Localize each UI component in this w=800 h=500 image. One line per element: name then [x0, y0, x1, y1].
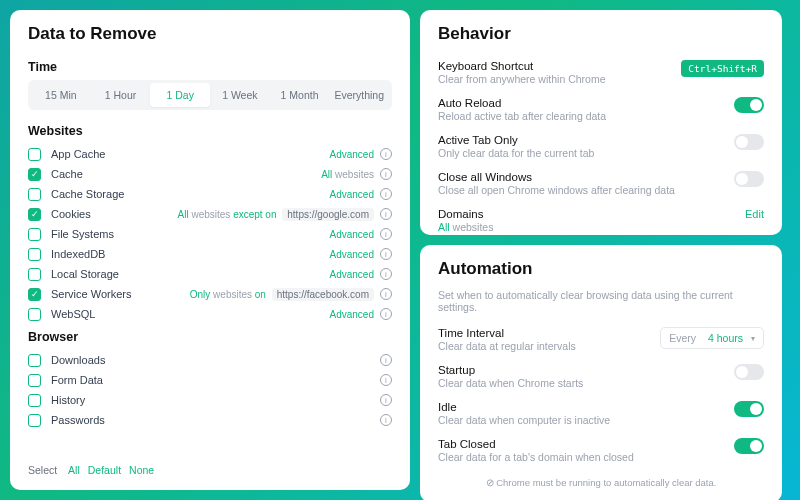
item-meta: All websites	[321, 169, 374, 180]
setting-row: DomainsAll websitesEdit	[438, 202, 764, 239]
info-icon[interactable]: i	[380, 148, 392, 160]
setting-title: Domains	[438, 208, 745, 220]
item-label: IndexedDB	[51, 248, 105, 260]
checkbox[interactable]	[28, 288, 41, 301]
setting-subtitle: Reload active tab after clearing data	[438, 110, 734, 122]
setting-subtitle: Clear from anywhere within Chrome	[438, 73, 681, 85]
time-option[interactable]: 1 Hour	[91, 83, 151, 107]
item-label: Passwords	[51, 414, 105, 426]
item-label: File Systems	[51, 228, 114, 240]
websites-heading: Websites	[28, 124, 392, 138]
toggle[interactable]	[734, 401, 764, 417]
setting-subtitle: Only clear data for the current tab	[438, 147, 734, 159]
item-meta: Advanced	[330, 149, 374, 160]
edit-link[interactable]: Edit	[745, 208, 764, 220]
automation-footer: Chrome must be running to automatically …	[438, 477, 764, 488]
item-meta: Advanced	[330, 189, 374, 200]
info-icon[interactable]: i	[380, 248, 392, 260]
select-link[interactable]: All	[68, 464, 80, 476]
info-icon[interactable]: i	[380, 228, 392, 240]
list-item: Form Datai	[28, 370, 392, 390]
info-icon[interactable]: i	[380, 288, 392, 300]
setting-row: StartupClear data when Chrome starts	[438, 358, 764, 395]
panel-title: Data to Remove	[28, 24, 392, 44]
setting-row: IdleClear data when computer is inactive	[438, 395, 764, 432]
info-icon[interactable]: i	[380, 414, 392, 426]
setting-subtitle: Close all open Chrome windows after clea…	[438, 184, 734, 196]
checkbox[interactable]	[28, 268, 41, 281]
list-item: Service WorkersOnly websites on https://…	[28, 284, 392, 304]
item-meta: Advanced	[330, 309, 374, 320]
dropdown-value: 4 hours	[708, 332, 743, 344]
select-link[interactable]: Default	[88, 464, 121, 476]
time-option[interactable]: 1 Month	[270, 83, 330, 107]
data-to-remove-panel: Data to Remove Time 15 Min1 Hour1 Day1 W…	[10, 10, 410, 490]
setting-row: Close all WindowsClose all open Chrome w…	[438, 165, 764, 202]
browser-heading: Browser	[28, 330, 392, 344]
info-icon[interactable]: i	[380, 188, 392, 200]
checkbox[interactable]	[28, 188, 41, 201]
setting-row: Keyboard ShortcutClear from anywhere wit…	[438, 54, 764, 91]
select-link[interactable]: None	[129, 464, 154, 476]
checkbox[interactable]	[28, 414, 41, 427]
toggle[interactable]	[734, 438, 764, 454]
checkbox[interactable]	[28, 228, 41, 241]
panel-title: Automation	[438, 259, 764, 279]
toggle[interactable]	[734, 134, 764, 150]
automation-panel: Automation Set when to automatically cle…	[420, 245, 782, 500]
list-item: File SystemsAdvancedi	[28, 224, 392, 244]
item-meta: Advanced	[330, 249, 374, 260]
item-label: Service Workers	[51, 288, 131, 300]
info-icon[interactable]: i	[380, 374, 392, 386]
info-icon[interactable]: i	[380, 354, 392, 366]
time-option[interactable]: 15 Min	[31, 83, 91, 107]
automation-subtitle: Set when to automatically clear browsing…	[438, 289, 764, 313]
time-option[interactable]: Everything	[329, 83, 389, 107]
select-label: Select	[28, 464, 57, 476]
list-item: Downloadsi	[28, 350, 392, 370]
setting-title: Auto Reload	[438, 97, 734, 109]
info-icon[interactable]: i	[380, 268, 392, 280]
item-meta: Only websites on https://facebook.com	[190, 289, 374, 300]
list-item: Historyi	[28, 390, 392, 410]
setting-subtitle: Clear data when computer is inactive	[438, 414, 734, 426]
time-heading: Time	[28, 60, 392, 74]
item-label: WebSQL	[51, 308, 95, 320]
toggle[interactable]	[734, 364, 764, 380]
checkbox[interactable]	[28, 168, 41, 181]
list-item: IndexedDBAdvancedi	[28, 244, 392, 264]
chevron-down-icon: ▾	[751, 334, 755, 343]
time-option[interactable]: 1 Week	[210, 83, 270, 107]
checkbox[interactable]	[28, 394, 41, 407]
setting-row: Auto ReloadReload active tab after clear…	[438, 91, 764, 128]
item-label: App Cache	[51, 148, 105, 160]
list-item: Cache StorageAdvancedi	[28, 184, 392, 204]
list-item: Passwordsi	[28, 410, 392, 430]
setting-title: Active Tab Only	[438, 134, 734, 146]
panel-title: Behavior	[438, 24, 764, 44]
checkbox[interactable]	[28, 308, 41, 321]
time-option[interactable]: 1 Day	[150, 83, 210, 107]
setting-row: Tab ClosedClear data for a tab's domain …	[438, 432, 764, 469]
info-icon[interactable]: i	[380, 168, 392, 180]
checkbox[interactable]	[28, 248, 41, 261]
behavior-panel: Behavior Keyboard ShortcutClear from any…	[420, 10, 782, 235]
item-label: Cookies	[51, 208, 91, 220]
checkbox[interactable]	[28, 208, 41, 221]
setting-subtitle: Clear data at regular intervals	[438, 340, 660, 352]
interval-dropdown[interactable]: Every4 hours▾	[660, 327, 764, 349]
checkbox[interactable]	[28, 354, 41, 367]
toggle[interactable]	[734, 97, 764, 113]
item-label: Form Data	[51, 374, 103, 386]
item-label: Cache	[51, 168, 83, 180]
toggle[interactable]	[734, 171, 764, 187]
info-icon[interactable]: i	[380, 394, 392, 406]
item-meta: Advanced	[330, 229, 374, 240]
list-item: CacheAll websitesi	[28, 164, 392, 184]
checkbox[interactable]	[28, 148, 41, 161]
checkbox[interactable]	[28, 374, 41, 387]
info-icon[interactable]: i	[380, 208, 392, 220]
info-icon[interactable]: i	[380, 308, 392, 320]
item-label: Cache Storage	[51, 188, 124, 200]
setting-title: Keyboard Shortcut	[438, 60, 681, 72]
